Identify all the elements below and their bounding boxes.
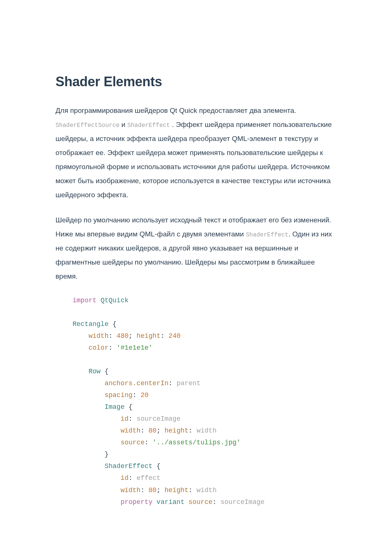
tok-shadereffect: ShaderEffect [104,462,153,470]
tok-lbrace: { [113,320,117,328]
tok-variant: variant [157,498,185,506]
tok-source: source [121,439,145,446]
tok-width-ref: width [197,487,217,494]
page-title: Shader Elements [56,74,336,90]
tok-color: color [88,344,108,352]
tok-semi: ; [157,487,161,494]
tok-sourceimage-ref: sourceImage [221,498,265,506]
tok-image: Image [104,403,124,411]
tok-240: 240 [168,332,180,340]
tok-parent: parent [177,380,201,387]
tok-lbrace: { [157,462,161,470]
para1-text-1: Для программирования шейдеров Qt Quick п… [56,107,296,114]
tok-height: height [137,332,161,340]
tok-width: width [88,332,108,340]
tok-row: Row [88,368,100,375]
tok-width-ref: width [197,427,217,434]
code-block: import QtQuick Rectangle { width: 480; h… [56,295,336,508]
tok-id: id [121,474,129,482]
tok-80: 80 [148,427,157,434]
para1-text-3: . Эффект шейдера применяет пользовательс… [56,121,332,199]
tok-colon: : [212,498,217,506]
tok-colon: : [188,487,192,494]
tok-spacing: spacing [104,391,133,399]
para1-text-2: и [120,121,127,128]
tok-colon: : [128,474,133,482]
tok-80: 80 [148,487,157,494]
tok-width: width [121,427,141,434]
inline-code-shader-effect-source: ShaderEffectSource [56,122,120,129]
tok-qtquick: QtQuick [101,297,129,304]
document-page: Shader Elements Для программирования шей… [0,0,392,508]
tok-colon: : [108,332,113,340]
tok-colon: : [108,344,113,352]
tok-sourceimage: sourceImage [137,415,181,423]
tok-source: source [188,498,212,506]
tok-colon: : [161,332,165,340]
tok-import: import [73,297,97,304]
inline-code-shader-effect-2: ShaderEffect [246,232,288,238]
tok-rectangle: Rectangle [73,320,108,328]
tok-lbrace: { [128,403,133,411]
tok-id: id [121,415,129,423]
tok-20: 20 [141,391,149,399]
tok-semi: ; [128,332,133,340]
tok-colon: : [144,439,148,446]
tok-effect: effect [137,474,161,482]
tok-480: 480 [117,332,128,340]
tok-source-val: '../assets/tulips.jpg' [153,439,241,446]
tok-property: property [121,498,153,506]
tok-lbrace: { [104,368,108,375]
tok-colon: : [141,427,145,434]
tok-height: height [165,487,189,494]
tok-semi: ; [157,427,161,434]
tok-colon: : [128,415,133,423]
tok-colon: : [168,380,172,387]
tok-colon: : [188,427,192,434]
inline-code-shader-effect: ShaderEffect [127,122,170,129]
tok-anchors-centerin: anchors.centerIn [104,380,168,387]
paragraph-2: Шейдер по умолчанию использует исходный … [56,213,336,283]
paragraph-1: Для программирования шейдеров Qt Quick п… [56,104,336,202]
tok-height: height [165,427,189,434]
tok-width: width [121,487,141,494]
tok-colon: : [133,391,137,399]
tok-color-val: '#1e1e1e' [117,344,153,352]
tok-rbrace: } [104,451,108,458]
tok-colon: : [141,487,145,494]
